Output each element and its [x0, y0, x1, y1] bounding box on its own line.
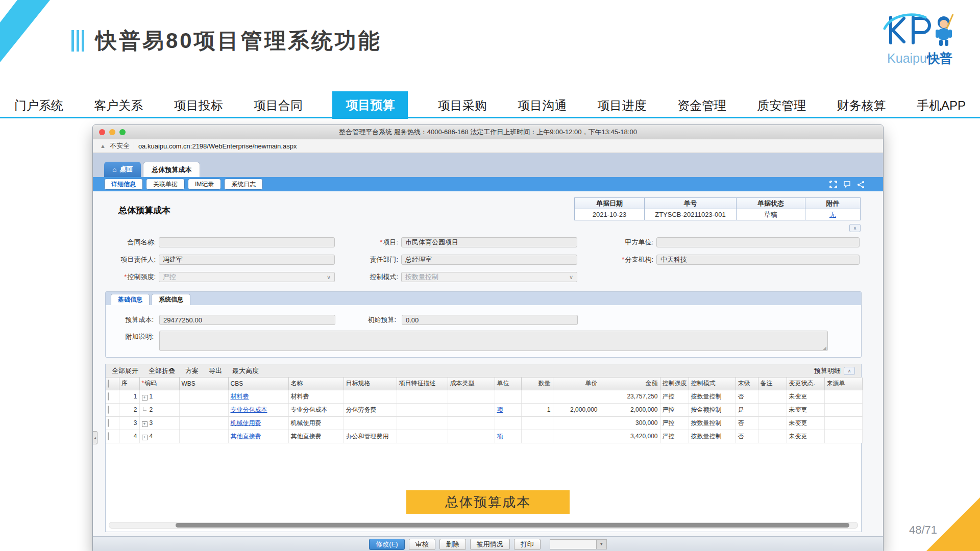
detail-tab-2[interactable]: 关联单据 [146, 179, 185, 190]
attachment-link[interactable]: 无 [829, 211, 836, 218]
grid-row-2: 22专业分包成本专业分包成本分包劳务费项12,000,0002,000,000严… [106, 403, 862, 416]
field-label: *项目: [335, 238, 401, 247]
nav-item-10[interactable]: 质安管理 [756, 94, 807, 117]
cbs-link[interactable]: 专业分包成本 [231, 406, 267, 413]
nav-item-6[interactable]: 项目采购 [437, 94, 488, 117]
collapse-header-button[interactable]: ∧ [849, 224, 861, 232]
traffic-lights [99, 129, 126, 135]
cell-amount: 23,757,250 [600, 390, 660, 403]
cell-spec [344, 390, 397, 403]
window-tab-1[interactable]: ⌂桌面 [104, 162, 141, 177]
field-select-控制强度[interactable]: 严控∨ [159, 272, 335, 282]
close-window-icon[interactable] [99, 129, 105, 135]
initial-budget-input[interactable]: 0.00 [402, 315, 578, 325]
footer-button-被用情况[interactable]: 被用情况 [470, 539, 510, 550]
budget-cost-input[interactable]: 29477250.00 [159, 315, 335, 325]
form-content: 总体预算成本 单据日期单号单据状态附件 2021-10-23ZTYSCB-202… [93, 191, 883, 536]
nav-item-3[interactable]: 项目投标 [173, 94, 224, 117]
cell-code: +4 [139, 430, 179, 443]
nav-item-4[interactable]: 项目合同 [253, 94, 304, 117]
cell-mode: 按数量控制 [689, 416, 736, 430]
budget-detail-label: 预算明细 [814, 366, 841, 375]
kuaipu-logo: Kuaipu快普 [874, 13, 966, 67]
zoom-window-icon[interactable] [119, 129, 126, 135]
field-input-项目责任人[interactable]: 冯建军 [159, 255, 335, 265]
nav-item-11[interactable]: 财务核算 [836, 94, 887, 117]
unit-link[interactable]: 项 [497, 406, 503, 413]
footer-button-修改(E)[interactable]: 修改(E) [369, 539, 404, 550]
unit-link[interactable]: 项 [497, 433, 503, 440]
field-label: 合同名称: [105, 238, 159, 247]
scrollbar-thumb[interactable] [176, 523, 849, 528]
detail-tab-1[interactable]: 详细信息 [104, 179, 143, 190]
nav-item-5[interactable]: 项目预算 [332, 91, 408, 119]
message-icon[interactable] [843, 181, 851, 188]
column-header-序: 序 [119, 378, 139, 390]
field-input-项目[interactable]: 市民体育公园项目 [401, 237, 577, 247]
nav-item-9[interactable]: 资金管理 [676, 94, 727, 117]
nav-item-2[interactable]: 客户关系 [93, 94, 144, 117]
doc-info-table: 单据日期单号单据状态附件 2021-10-23ZTYSCB-20211023-0… [574, 197, 861, 220]
collapse-grid-button[interactable]: ∧ [844, 367, 855, 375]
detail-tab-3[interactable]: IM记录 [188, 179, 221, 190]
grid-toolbar-导出[interactable]: 导出 [209, 366, 222, 375]
base-tab-2[interactable]: 系统信息 [152, 294, 190, 305]
doc-info-value: ZTYSCB-20211023-001 [645, 209, 737, 220]
column-header-控制强度: 控制强度 [660, 378, 689, 390]
footer-button-删除[interactable]: 删除 [439, 539, 466, 550]
cell-leaf: 否 [736, 416, 758, 430]
field-input-合同名称[interactable] [159, 237, 335, 247]
window-tab-2[interactable]: 总体预算成本 [143, 162, 200, 177]
url-field[interactable]: oa.kuaipu.com.cn:2198/WebEnterprise/newm… [138, 142, 297, 150]
cell-name: 其他直接费 [288, 430, 344, 443]
grid-toolbar-方案[interactable]: 方案 [185, 366, 199, 375]
column-header-数量: 数量 [521, 378, 553, 390]
cell-code: +1 [139, 390, 179, 403]
cbs-link[interactable]: 其他直接费 [231, 433, 261, 440]
field-input-甲方单位[interactable] [656, 237, 860, 247]
memo-textarea[interactable]: ◢ [159, 331, 828, 351]
field-input-责任部门[interactable]: 总经理室 [401, 255, 577, 265]
cell-seq: 1 [119, 390, 139, 403]
base-tab-1[interactable]: 基础信息 [111, 294, 150, 305]
row-checkbox[interactable] [108, 419, 109, 427]
expand-node-icon[interactable]: + [142, 435, 148, 440]
cbs-link[interactable]: 机械使用费 [231, 419, 261, 427]
expand-icon[interactable] [829, 181, 837, 188]
security-label[interactable]: 不安全 [110, 141, 130, 151]
cell-cbs: 专业分包成本 [228, 403, 288, 416]
row-checkbox[interactable] [108, 432, 109, 440]
nav-item-12[interactable]: 手机APP [916, 94, 967, 117]
row-checkbox[interactable] [108, 392, 109, 400]
nav-item-7[interactable]: 项目沟通 [517, 94, 568, 117]
footer-button-审核[interactable]: 审核 [409, 539, 435, 550]
cell-mode: 按数量控制 [689, 390, 736, 403]
mascot-icon [936, 14, 953, 46]
panel-collapse-arrow-icon[interactable]: ◂ [93, 431, 97, 444]
nav-item-8[interactable]: 项目进度 [597, 94, 648, 117]
resize-handle-icon[interactable]: ◢ [823, 345, 826, 350]
cell-cost_type [448, 403, 495, 416]
grid-toolbar-全部展开[interactable]: 全部展开 [112, 366, 138, 375]
cell-code: +3 [139, 416, 179, 430]
cell-feature [397, 390, 448, 403]
share-icon[interactable] [857, 181, 865, 188]
field-input-分支机构[interactable]: 中天科技 [656, 255, 860, 265]
row-checkbox[interactable] [108, 406, 109, 414]
grid-toolbar-最大高度[interactable]: 最大高度 [232, 366, 259, 375]
field-value: 总经理室 [405, 255, 432, 264]
field-select-控制模式[interactable]: 按数量控制∨ [401, 272, 577, 282]
footer-dropdown[interactable]: ▼ [550, 539, 607, 549]
detail-tab-4[interactable]: 系统日志 [224, 179, 263, 190]
minimize-window-icon[interactable] [109, 129, 115, 135]
cbs-link[interactable]: 材料费 [231, 393, 249, 400]
nav-item-1[interactable]: 门户系统 [13, 94, 64, 117]
expand-node-icon[interactable]: + [142, 421, 148, 427]
expand-node-icon[interactable]: + [142, 395, 148, 400]
select-all-checkbox[interactable] [108, 380, 109, 388]
footer-button-打印[interactable]: 打印 [514, 539, 541, 550]
cell-amount: 2,000,000 [600, 403, 660, 416]
grid-toolbar-全部折叠[interactable]: 全部折叠 [149, 366, 175, 375]
column-header-名称: 名称 [288, 378, 344, 390]
cell-change: 未变更 [787, 430, 824, 443]
